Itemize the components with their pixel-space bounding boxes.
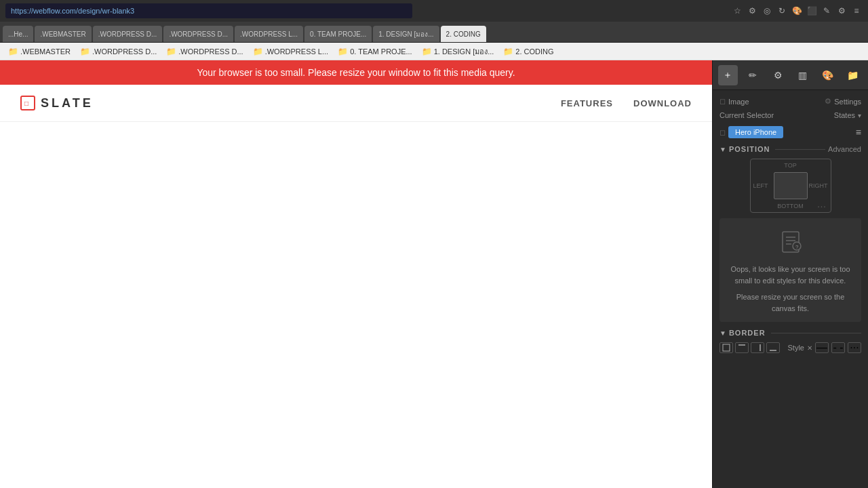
image-label-row: ◻ Image ⚙ Settings [719,97,861,106]
warning-text: Your browser is too small. Please resize… [197,67,515,78]
border-dashed-btn[interactable]: - - [831,342,845,353]
settings-label: Settings [834,98,861,106]
selector-menu-icon[interactable]: ≡ [856,127,861,138]
image-label: Image [728,98,749,106]
bookmark-webmaster[interactable]: 📁 .WEBMASTER [4,45,75,58]
tab-label: .WORDPRESS D... [169,30,228,38]
bookmark-label: .WORDPRESS L... [265,47,329,56]
tab-wpl[interactable]: .WORDPRESS L... [235,26,303,42]
tab-team[interactable]: 0. TEAM PROJE... [304,26,372,42]
bookmark-label: 1. DESIGN [มอง... [434,45,494,58]
position-section-title: POSITION [729,145,770,153]
selector-tag: ◻ Hero iPhone ≡ [719,126,861,138]
assets-tool-btn[interactable]: 📁 [843,65,863,85]
border-bottom-btn[interactable] [766,342,780,353]
border-section-title: BORDER [729,329,766,337]
more-icon[interactable]: ≡ [850,5,863,17]
resize-notice-card: ? Oops, it looks like your screen is too… [719,218,861,322]
canvas-area: Your browser is too small. Please resize… [0,60,712,488]
tab-label: .WEBMASTER [40,30,85,38]
style-tool-btn[interactable]: 🎨 [818,65,837,85]
border-section-header: ▼ BORDER [719,329,861,337]
border-solid-btn[interactable]: — [815,342,829,353]
position-box: TOP BOTTOM LEFT RIGHT … [750,159,831,213]
settings-icon[interactable]: ⚙ [835,5,848,17]
website-preview: □ SLATE FEATURES DOWNLOAD ⬜ [0,85,712,488]
tools-icon: ? [777,226,804,258]
logo-icon: □ [20,96,35,110]
bookmark-wp1[interactable]: 📁 .WORDPRESS D... [76,45,161,58]
browser-titlebar: https://webflow.com/design/wr-blank3 ☆ ⚙… [0,0,868,22]
tab-label: 2. CODING [446,30,481,38]
bookmark-team[interactable]: 📁 0. TEAM PROJE... [334,45,416,58]
folder-icon: 📁 [422,47,432,56]
pos-label-bottom: BOTTOM [777,203,803,209]
svg-text:?: ? [795,244,799,250]
tab-he[interactable]: ...He... [3,26,33,42]
color-icon[interactable]: 🎨 [791,5,803,17]
tab-label: 0. TEAM PROJE... [310,30,366,38]
svg-rect-6 [723,344,730,351]
states-dropdown-icon[interactable]: ▾ [858,112,861,119]
site-nav-links: FEATURES DOWNLOAD [561,98,692,108]
right-panel: ＋ ✏ ⚙ ▥ 🎨 📁 ◻ Image ⚙ [712,60,868,488]
warning-banner: Your browser is too small. Please resize… [0,60,712,85]
browser-tabs: ...He... .WEBMASTER .WORDPRESS D... .WOR… [0,22,868,42]
tab-label: .WORDPRESS D... [98,30,157,38]
bookmark-design[interactable]: 📁 1. DESIGN [มอง... [418,44,498,59]
folder-icon: 📁 [80,47,90,56]
bookmark-icon[interactable]: ☆ [731,5,743,17]
main-layout: Your browser is too small. Please resize… [0,60,868,488]
border-dotted-btn[interactable]: ··· [848,342,861,353]
tab-wp2[interactable]: .WORDPRESS D... [163,26,233,42]
current-selector-label: Current Selector [719,111,774,119]
folder-icon: 📁 [253,47,263,56]
tab-wp1[interactable]: .WORDPRESS D... [93,26,163,42]
border-all-sides-btn[interactable] [719,342,733,353]
panel-toolbar: ＋ ✏ ⚙ ▥ 🎨 📁 [713,60,868,90]
bookmark-label: .WORDPRESS D... [92,47,157,56]
position-box-container: TOP BOTTOM LEFT RIGHT … [719,159,861,213]
section-collapse-icon[interactable]: ▼ [719,146,726,153]
resize-notice-text2: Please resize your screen so the canvas … [728,291,853,314]
url-bar[interactable]: https://webflow.com/design/wr-blank3 [5,3,412,18]
pos-label-top: TOP [784,162,796,169]
site-navbar: □ SLATE FEATURES DOWNLOAD [0,85,712,122]
bookmark-wpl[interactable]: 📁 .WORDPRESS L... [249,45,333,58]
border-top-btn[interactable] [735,342,749,353]
tab-label: 1. DESIGN [มอง... [378,29,433,39]
nav-features[interactable]: FEATURES [561,98,613,108]
edit-icon[interactable]: ✎ [821,5,833,17]
add-tool-btn[interactable]: ＋ [718,65,738,85]
tab-webmaster[interactable]: .WEBMASTER [35,26,91,42]
position-section-header: ▼ POSITION Advanced [719,145,861,153]
folder-icon: 📁 [338,47,348,56]
tab-label: .WORDPRESS L... [240,30,298,38]
panel-content: ◻ Image ⚙ Settings Current Selector Stat… [713,90,868,488]
states-label: States [834,111,855,119]
border-style-label: Style [788,344,804,352]
sync-icon[interactable]: ↻ [776,5,788,17]
logo-text: SLATE [41,96,94,110]
tab-design[interactable]: 1. DESIGN [มอง... [373,26,439,42]
selector-chip[interactable]: Hero iPhone [728,126,783,138]
settings-tool-btn[interactable]: ⚙ [768,65,788,85]
tab-coding[interactable]: 2. CODING [441,26,486,42]
pos-more-icon[interactable]: … [817,199,827,209]
extension-icon[interactable]: ⚙ [746,5,758,17]
border-collapse-icon[interactable]: ▼ [719,329,726,337]
edit-tool-btn[interactable]: ✏ [743,65,763,85]
bookmark-coding[interactable]: 📁 2. CODING [499,45,557,58]
bookmark-wp2[interactable]: 📁 .WORDPRESS D... [162,45,247,58]
advanced-button[interactable]: Advanced [828,145,861,153]
card-text-line1: Oops, it looks like your screen is too s… [730,265,850,285]
nav-download[interactable]: DOWNLOAD [633,98,692,108]
border-right-btn[interactable] [751,342,764,353]
bookmark-label: 0. TEAM PROJE... [350,47,412,56]
layout-tool-btn[interactable]: ▥ [793,65,812,85]
resize-notice-text: Oops, it looks like your screen is too s… [728,264,853,286]
folder-icon: 📁 [503,47,513,56]
border-close-icon[interactable]: ✕ [807,344,812,352]
profile-icon[interactable]: ◎ [761,5,773,17]
lastpass-icon[interactable]: ⬛ [806,5,818,17]
